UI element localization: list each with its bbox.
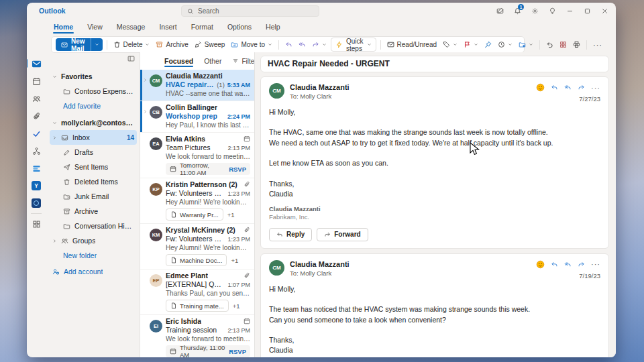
recipients[interactable]: To: Molly Clark: [290, 93, 350, 100]
forward-icon[interactable]: [578, 84, 585, 91]
rail-todo-check-icon[interactable]: [31, 128, 42, 139]
more-commands-icon[interactable]: ···: [591, 40, 604, 50]
attachment-chip[interactable]: Training mate...: [166, 300, 229, 312]
favorites-header[interactable]: Favorites: [50, 69, 137, 84]
attachment-more-count[interactable]: +1: [227, 211, 235, 219]
avatar[interactable]: CM: [269, 83, 284, 99]
rules-button[interactable]: [517, 40, 535, 50]
more-actions-icon[interactable]: ···: [591, 84, 600, 91]
forward-button[interactable]: [310, 40, 329, 50]
message-list-item[interactable]: EA Elvia Atkins Team Pictures2:13 PM We …: [140, 133, 254, 178]
feedback-icon[interactable]: [491, 3, 508, 18]
new-mail-dropdown[interactable]: [91, 38, 103, 51]
rsvp-button[interactable]: RSVP: [229, 166, 246, 173]
print-button[interactable]: [571, 40, 582, 50]
folder-drafts[interactable]: Drafts: [50, 145, 137, 160]
tab-home[interactable]: Home: [52, 21, 74, 32]
rail-org-explorer-icon[interactable]: [31, 145, 42, 156]
attachment-chip[interactable]: Machine Doc...: [166, 254, 227, 266]
tab-insert[interactable]: Insert: [158, 21, 178, 32]
forward-button[interactable]: Forward: [317, 228, 368, 241]
folder-inbox[interactable]: Inbox 14: [50, 130, 137, 145]
reaction-emoji-icon[interactable]: [536, 260, 545, 269]
collapse-pane-icon[interactable]: [127, 55, 135, 62]
search-input[interactable]: Search: [181, 5, 319, 17]
rsvp-button[interactable]: RSVP: [229, 348, 246, 355]
rail-people-icon[interactable]: [31, 93, 42, 104]
flag-button[interactable]: [462, 40, 480, 50]
apps-button[interactable]: [557, 40, 569, 50]
categorize-button[interactable]: [441, 40, 460, 50]
tab-help[interactable]: Help: [264, 21, 282, 32]
tab-view[interactable]: View: [86, 21, 104, 32]
pin-button[interactable]: [482, 40, 494, 50]
sweep-button[interactable]: Sweep: [193, 40, 227, 50]
reaction-emoji-icon[interactable]: [536, 83, 545, 92]
folder-sent-items[interactable]: Sent Items: [50, 160, 137, 174]
attachment-more-count[interactable]: +1: [231, 257, 238, 264]
sender-name[interactable]: Claudia Mazzanti: [290, 260, 350, 269]
reply-icon[interactable]: [551, 261, 558, 268]
tab-focused[interactable]: Focused: [164, 56, 193, 66]
more-actions-icon[interactable]: ···: [591, 261, 600, 267]
tab-format[interactable]: Format: [190, 21, 215, 32]
meeting-strip[interactable]: Tomorrow, 11:00 AM RSVP: [166, 163, 250, 175]
rail-files-paperclip-icon[interactable]: [31, 111, 42, 121]
delete-button[interactable]: Delete: [111, 40, 152, 50]
message-list-item[interactable]: EI Eric Ishida Training session2:13 PM W…: [140, 315, 254, 357]
folder-deleted-items[interactable]: Deleted Items: [50, 174, 137, 189]
settings-gear-icon[interactable]: [526, 3, 543, 18]
message-list-item[interactable]: KP Kristin Patternson (2) Fw: Volunteers…: [140, 178, 254, 224]
message-list-item[interactable]: KM Krystal McKinney (2) Fw: Volunteers N…: [140, 224, 254, 269]
avatar[interactable]: CM: [269, 260, 284, 276]
expand-conversation-icon[interactable]: [143, 109, 148, 114]
folder-junk-email[interactable]: Junk Email: [50, 189, 137, 204]
forward-icon[interactable]: [578, 261, 585, 268]
reply-icon[interactable]: [551, 84, 558, 91]
maximize-button[interactable]: [578, 3, 596, 18]
reply-all-button[interactable]: [297, 40, 308, 50]
meeting-strip[interactable]: Thursday, 11:00 AM RSVP: [166, 345, 250, 357]
undo-button[interactable]: [544, 40, 555, 50]
rail-calendar-icon[interactable]: [31, 76, 42, 86]
message-list-item[interactable]: EP Edmee Plant [EXTERNAL] Quota per...1:…: [140, 269, 254, 315]
attachment-chip[interactable]: Warranty Pr...: [166, 208, 223, 221]
account-header[interactable]: mollyclark@contoso.com: [50, 115, 137, 130]
rail-more-apps-icon[interactable]: [31, 219, 42, 229]
recipients[interactable]: To: Molly Clark: [290, 269, 350, 277]
message-list-item[interactable]: CB Collin Ballinger Workshop prep2:24 PM…: [140, 101, 254, 133]
tab-other[interactable]: Other: [204, 56, 221, 66]
reply-button[interactable]: Reply: [269, 228, 312, 241]
new-mail-button[interactable]: New Mail: [56, 38, 103, 51]
tab-options[interactable]: Options: [226, 21, 253, 32]
reply-all-icon[interactable]: [564, 84, 572, 91]
folder-archive[interactable]: Archive: [50, 204, 137, 219]
move-to-button[interactable]: Move to: [229, 40, 274, 50]
reply-button[interactable]: [283, 40, 294, 50]
add-favorite-link[interactable]: Add favorite: [50, 99, 137, 113]
notifications-bell-icon[interactable]: 1: [508, 3, 526, 18]
rail-viva-engage-icon[interactable]: [31, 163, 42, 174]
rail-yammer-icon[interactable]: Y: [31, 180, 42, 191]
filter-button[interactable]: Filter: [232, 58, 255, 65]
message-list-item[interactable]: CM Claudia Mazzanti HVAC repair needed -…: [140, 70, 254, 101]
rail-mail-icon[interactable]: [31, 58, 42, 69]
new-folder-link[interactable]: New folder: [50, 248, 137, 263]
favorite-folder-contoso-expensese[interactable]: Contoso Expensese: [50, 84, 137, 99]
folder-groups[interactable]: Groups: [50, 233, 137, 248]
attachment-more-count[interactable]: +1: [233, 302, 240, 310]
sender-name[interactable]: Claudia Mazzanti: [290, 83, 350, 92]
minimize-button[interactable]: [561, 3, 578, 18]
tips-lightbulb-icon[interactable]: [543, 3, 561, 18]
close-button[interactable]: [596, 3, 613, 18]
archive-button[interactable]: Archive: [154, 40, 190, 50]
add-account-link[interactable]: Add account: [50, 264, 137, 279]
snooze-button[interactable]: [496, 40, 515, 50]
tab-message[interactable]: Message: [115, 21, 147, 32]
folder-conversation-history[interactable]: Conversation History: [50, 219, 137, 233]
reply-all-icon[interactable]: [564, 261, 572, 268]
rail-bookings-icon[interactable]: [31, 198, 42, 208]
quick-steps-button[interactable]: Quick steps: [331, 38, 376, 52]
read-unread-button[interactable]: Read/Unread: [385, 40, 439, 50]
expand-conversation-icon[interactable]: [143, 78, 148, 82]
